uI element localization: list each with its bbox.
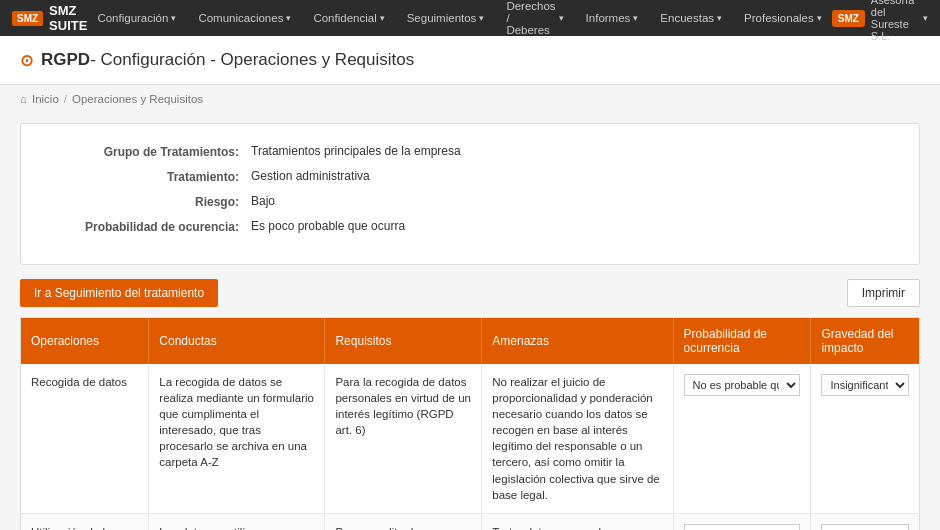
menu-derechos[interactable]: Derechos / Deberes ▾: [496, 0, 573, 40]
label-grupo: Grupo de Tratamientos:: [51, 144, 251, 159]
cell-requisito: Para la recogida de datos personales en …: [325, 364, 482, 513]
chevron-down-icon: ▾: [717, 13, 722, 23]
cell-operacion: Recogida de datos: [21, 364, 149, 513]
chevron-down-icon: ▾: [817, 13, 822, 23]
col-header-amenazas: Amenazas: [482, 318, 673, 365]
menu-confidencial[interactable]: Confidencial ▾: [303, 8, 394, 28]
cell-gravedad[interactable]: InsignificanteModeradaInexistenteGraveMu…: [811, 513, 920, 530]
main-menu: Configuración ▾ Comunicaciones ▾ Confide…: [87, 0, 831, 40]
col-header-gravedad: Gravedad del impacto: [811, 318, 920, 365]
probabilidad-select[interactable]: No es probable que ocurraEs sumamente im…: [684, 524, 801, 530]
cell-probabilidad[interactable]: No es probable que ocurraEs sumamente im…: [673, 364, 811, 513]
page-header: ⊙ RGPD- Configuración - Operaciones y Re…: [0, 36, 940, 85]
breadcrumb-separator: /: [64, 93, 67, 105]
cell-gravedad[interactable]: InsignificanteModeradaInexistenteGraveMu…: [811, 364, 920, 513]
gravedad-select[interactable]: InsignificanteModeradaInexistenteGraveMu…: [821, 524, 909, 530]
table-row: Recogida de datos La recogida de datos s…: [21, 364, 920, 513]
info-row-riesgo: Riesgo: Bajo: [51, 194, 889, 209]
table-header-row: Operaciones Conductas Requisitos Amenaza…: [21, 318, 920, 365]
logo-icon: SMZ: [12, 11, 43, 26]
menu-informes[interactable]: Informes ▾: [576, 8, 649, 28]
tracking-button[interactable]: Ir a Seguimiento del tratamiento: [20, 279, 218, 307]
table-row: Utilización de los datos Los datos se ut…: [21, 513, 920, 530]
info-row-tratamiento: Tratamiento: Gestion administrativa: [51, 169, 889, 184]
chevron-down-icon: ▾: [380, 13, 385, 23]
value-riesgo: Bajo: [251, 194, 275, 208]
menu-encuestas[interactable]: Encuestas ▾: [650, 8, 732, 28]
col-header-requisitos: Requisitos: [325, 318, 482, 365]
menu-seguimientos[interactable]: Seguimientos ▾: [397, 8, 495, 28]
cell-operacion: Utilización de los datos: [21, 513, 149, 530]
breadcrumb: ⌂ Inicio / Operaciones y Requisitos: [0, 85, 940, 113]
cell-conducta: Los datos se utilizan para elaborar la f…: [149, 513, 325, 530]
col-header-operaciones: Operaciones: [21, 318, 149, 365]
cell-conducta: La recogida de datos se realiza mediante…: [149, 364, 325, 513]
label-prob: Probabilidad de ocurencia:: [51, 219, 251, 234]
label-tratamiento: Tratamiento:: [51, 169, 251, 184]
probabilidad-select[interactable]: No es probable que ocurraEs sumamente im…: [684, 374, 801, 396]
value-prob: Es poco probable que ocurra: [251, 219, 405, 233]
brand-logo: SMZ: [832, 10, 865, 27]
info-row-grupo: Grupo de Tratamientos: Tratamientos prin…: [51, 144, 889, 159]
menu-configuracion[interactable]: Configuración ▾: [87, 8, 186, 28]
gravedad-select[interactable]: InsignificanteModeradaInexistenteGraveMu…: [821, 374, 909, 396]
app-logo: SMZ SMZ SUITE: [12, 3, 87, 33]
info-row-prob: Probabilidad de ocurencia: Es poco proba…: [51, 219, 889, 234]
chevron-down-icon: ▾: [286, 13, 291, 23]
chevron-down-icon: ▾: [171, 13, 176, 23]
cell-requisito: Para acreditar las seguridades técnicas …: [325, 513, 482, 530]
print-button[interactable]: Imprimir: [847, 279, 920, 307]
page-title: RGPD- Configuración - Operaciones y Requ…: [41, 50, 414, 70]
chevron-down-icon: ▾: [559, 13, 564, 23]
breadcrumb-home[interactable]: Inicio: [32, 93, 59, 105]
top-navigation: SMZ SMZ SUITE Configuración ▾ Comunicaci…: [0, 0, 940, 36]
home-icon: ⌂: [20, 93, 27, 105]
col-header-conductas: Conductas: [149, 318, 325, 365]
cell-amenaza: Tratar datos personales en soportes auto…: [482, 513, 673, 530]
main-content: Grupo de Tratamientos: Tratamientos prin…: [0, 113, 940, 530]
col-header-probabilidad: Probabilidad de ocurrencia: [673, 318, 811, 365]
info-card: Grupo de Tratamientos: Tratamientos prin…: [20, 123, 920, 265]
breadcrumb-current: Operaciones y Requisitos: [72, 93, 203, 105]
chevron-down-icon: ▾: [633, 13, 638, 23]
menu-profesionales[interactable]: Profesionales ▾: [734, 8, 832, 28]
brand-name[interactable]: Asesoría del Sureste S.L.: [871, 0, 917, 42]
chevron-down-icon: ▾: [923, 13, 928, 23]
menu-comunicaciones[interactable]: Comunicaciones ▾: [188, 8, 301, 28]
rgpd-icon: ⊙: [20, 51, 33, 70]
logo-text: SMZ SUITE: [49, 3, 87, 33]
value-tratamiento: Gestion administrativa: [251, 169, 370, 183]
operations-table: Operaciones Conductas Requisitos Amenaza…: [20, 317, 920, 530]
label-riesgo: Riesgo:: [51, 194, 251, 209]
cell-amenaza: No realizar el juicio de proporcionalida…: [482, 364, 673, 513]
cell-probabilidad[interactable]: No es probable que ocurraEs sumamente im…: [673, 513, 811, 530]
value-grupo: Tratamientos principales de la empresa: [251, 144, 461, 158]
action-bar: Ir a Seguimiento del tratamiento Imprimi…: [20, 279, 920, 307]
chevron-down-icon: ▾: [479, 13, 484, 23]
topnav-right: SMZ Asesoría del Sureste S.L. ▾: [832, 0, 928, 42]
